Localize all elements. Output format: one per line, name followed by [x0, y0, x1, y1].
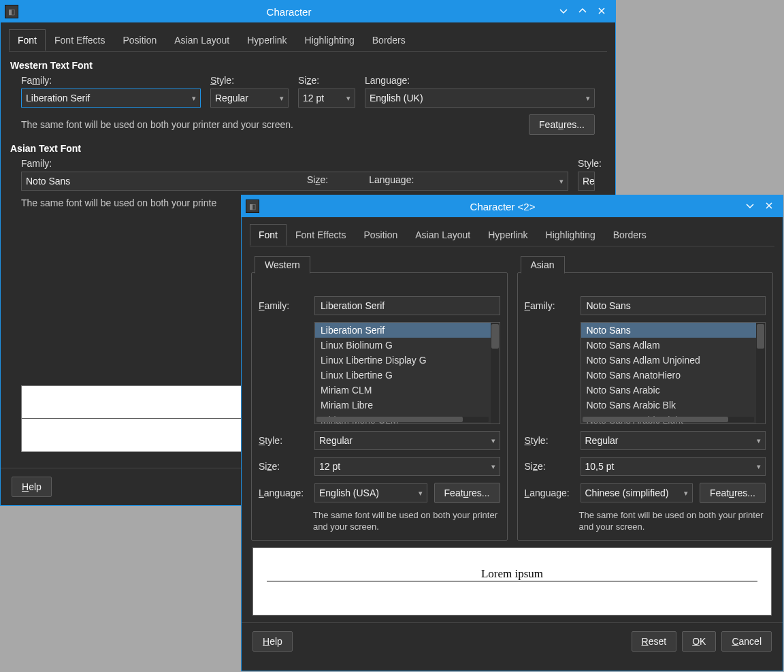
- w2-asian-lang-combo[interactable]: Chinese (simplified)▾: [581, 483, 693, 502]
- western-family-value: Liberation Serif: [26, 93, 90, 103]
- chevron-down-icon: ▾: [491, 462, 495, 471]
- titlebar[interactable]: ◧ Character: [1, 1, 615, 22]
- tab-position[interactable]: Position: [355, 224, 406, 246]
- list-item[interactable]: Noto Sans AnatoHiero: [581, 368, 757, 383]
- western-lang-value: English (UK): [370, 93, 423, 103]
- asian-pane-tab[interactable]: Asian: [521, 256, 565, 274]
- ok-button[interactable]: OK: [682, 631, 716, 652]
- tab-asian-layout[interactable]: Asian Layout: [165, 29, 238, 51]
- w2-asian-family-input[interactable]: Noto Sans: [581, 296, 766, 315]
- bottom-bar: Help Reset OK Cancel: [242, 622, 783, 660]
- western-style-label: Style:: [210, 75, 289, 86]
- titlebar[interactable]: ◧ Character <2>: [242, 195, 783, 217]
- western-lang-label: Language:: [365, 75, 595, 86]
- tab-font[interactable]: Font: [9, 29, 46, 51]
- help-button[interactable]: Help: [252, 631, 293, 652]
- chevron-down-icon: ▾: [586, 94, 590, 103]
- tabbar: Font Font Effects Position Asian Layout …: [250, 224, 774, 246]
- western-family-combo[interactable]: Liberation Serif ▾: [21, 89, 201, 108]
- tab-highlighting[interactable]: Highlighting: [537, 224, 604, 246]
- western-features-button[interactable]: Features...: [529, 114, 595, 135]
- asian-style-combo[interactable]: Re: [578, 172, 595, 191]
- chevron-down-icon: ▾: [559, 177, 564, 186]
- w2-asian-features-button[interactable]: Features...: [700, 483, 766, 503]
- w2-western-lang-combo[interactable]: English (USA)▾: [314, 483, 427, 502]
- chevron-down-icon: ▾: [491, 436, 495, 445]
- tab-borders[interactable]: Borders: [363, 29, 414, 51]
- tab-hyperlink[interactable]: Hyperlink: [238, 29, 295, 51]
- asian-heading: Asian Text Font: [10, 143, 606, 154]
- chevron-down-icon: ▾: [419, 489, 423, 498]
- list-item[interactable]: Miriam Libre: [315, 398, 491, 413]
- asian-family-value: Noto Sans: [26, 176, 70, 187]
- w2-western-hint: The same font will be used on both your …: [313, 510, 500, 533]
- tab-borders[interactable]: Borders: [604, 224, 655, 246]
- asian-size-label: Size:: [307, 174, 328, 185]
- tab-position[interactable]: Position: [114, 29, 165, 51]
- app-icon: ◧: [246, 199, 259, 213]
- w2-asian-lang-label: Language:: [525, 487, 574, 498]
- w2-asian-style-combo[interactable]: Regular▾: [581, 431, 766, 450]
- tab-font-effects[interactable]: Font Effects: [46, 29, 114, 51]
- tabbar: Font Font Effects Position Asian Layout …: [9, 29, 607, 52]
- western-size-combo[interactable]: 12 pt ▾: [298, 89, 355, 108]
- scrollbar-vertical[interactable]: [756, 323, 765, 423]
- chevron-down-icon: ▾: [280, 94, 284, 103]
- list-item[interactable]: Linux Libertine G: [315, 368, 491, 383]
- help-button[interactable]: Help: [12, 477, 52, 497]
- w2-asian-font-list[interactable]: Noto Sans Noto Sans Adlam Noto Sans Adla…: [581, 322, 766, 424]
- w2-western-family-input[interactable]: Liberation Serif: [314, 296, 500, 315]
- w2-western-size-combo[interactable]: 12 pt▾: [314, 457, 500, 476]
- western-lang-combo[interactable]: English (UK) ▾: [365, 89, 595, 108]
- scrollbar-horizontal[interactable]: [316, 417, 489, 422]
- minimize-icon[interactable]: [740, 201, 760, 212]
- western-style-value: Regular: [215, 93, 248, 103]
- tab-font[interactable]: Font: [250, 224, 287, 246]
- chevron-down-icon: ▾: [684, 489, 688, 498]
- close-icon[interactable]: [760, 201, 779, 212]
- w2-asian-size-label: Size:: [525, 461, 574, 472]
- tab-asian-layout[interactable]: Asian Layout: [406, 224, 479, 246]
- asian-lang-label: Language:: [369, 174, 414, 185]
- tab-highlighting[interactable]: Highlighting: [296, 29, 363, 51]
- list-item[interactable]: Noto Sans Arabic: [581, 383, 757, 398]
- cancel-button[interactable]: Cancel: [721, 631, 772, 652]
- list-item[interactable]: Linux Biolinum G: [315, 338, 491, 353]
- reset-button[interactable]: Reset: [632, 631, 677, 652]
- western-pane: Western Family: Liberation Serif Liberat…: [251, 272, 508, 541]
- w2-asian-hint: The same font will be used on both your …: [579, 510, 766, 533]
- w2-western-style-combo[interactable]: Regular▾: [314, 431, 500, 450]
- close-icon[interactable]: [592, 6, 611, 18]
- list-item[interactable]: Noto Sans: [581, 323, 757, 338]
- list-item[interactable]: Miriam CLM: [315, 383, 491, 398]
- app-icon: ◧: [5, 5, 18, 18]
- western-pane-tab[interactable]: Western: [255, 256, 310, 274]
- western-style-combo[interactable]: Regular ▾: [210, 89, 289, 108]
- scrollbar-vertical[interactable]: [491, 323, 500, 423]
- chevron-down-icon: ▾: [346, 94, 350, 103]
- window-title: Character: [24, 6, 554, 18]
- w2-asian-style-label: Style:: [525, 435, 574, 446]
- minimize-icon[interactable]: [554, 6, 573, 18]
- w2-asian-size-combo[interactable]: 10,5 pt▾: [581, 457, 766, 476]
- maximize-icon[interactable]: [573, 6, 592, 18]
- w2-western-font-list[interactable]: Liberation Serif Linux Biolinum G Linux …: [314, 322, 500, 424]
- chevron-down-icon: ▾: [757, 436, 761, 445]
- list-item[interactable]: Noto Sans Arabic Blk: [581, 398, 757, 413]
- font-preview: Lorem ipsum: [252, 547, 772, 615]
- w2-western-features-button[interactable]: Features...: [434, 483, 500, 503]
- w2-asian-family-label: Family:: [525, 300, 574, 311]
- scrollbar-horizontal[interactable]: [583, 417, 755, 422]
- asian-style-value: Re: [583, 176, 595, 187]
- w2-western-lang-label: Language:: [259, 487, 308, 498]
- list-item[interactable]: Linux Libertine Display G: [315, 353, 491, 368]
- tab-hyperlink[interactable]: Hyperlink: [479, 224, 536, 246]
- list-item[interactable]: Liberation Serif: [315, 323, 491, 338]
- western-hint: The same font will be used on both your …: [21, 119, 519, 130]
- asian-family-label: Family:: [21, 158, 568, 169]
- western-size-value: 12 pt: [303, 93, 324, 103]
- tab-font-effects[interactable]: Font Effects: [287, 224, 355, 246]
- list-item[interactable]: Noto Sans Adlam Unjoined: [581, 353, 757, 368]
- list-item[interactable]: Noto Sans Adlam: [581, 338, 757, 353]
- asian-style-label: Style:: [578, 158, 595, 169]
